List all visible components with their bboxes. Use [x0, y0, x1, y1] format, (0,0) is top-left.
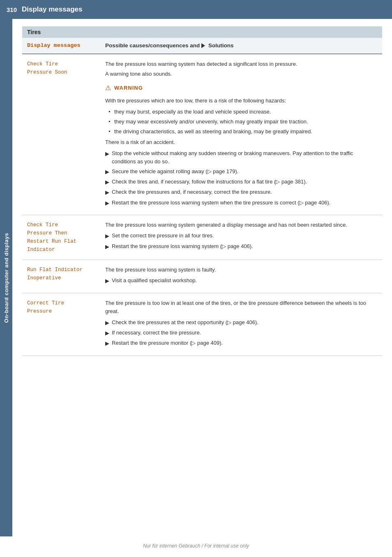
action-item: ▶ Check the tire pressures at the next o… [105, 318, 377, 327]
warning-box: ⚠ WARNING [105, 83, 377, 93]
action-arrow-icon: ▶ [105, 178, 109, 186]
warning-intro: With tire pressures which are too low, t… [105, 97, 377, 105]
sidebar: On-board computer and displays [0, 19, 12, 536]
intro-text: The tire pressure loss warning system ge… [105, 221, 377, 230]
action-text: Check the tire pressures at the next opp… [112, 318, 258, 327]
intro-text: The tire pressure is too low in at least… [105, 299, 377, 316]
action-arrow-icon: ▶ [105, 232, 109, 240]
col1-header: Display messages [22, 38, 100, 54]
action-text: Restart the tire pressure loss warning s… [112, 242, 253, 251]
action-text: Stop the vehicle without making any sudd… [112, 149, 377, 166]
action-arrow-icon: ▶ [105, 199, 109, 207]
causes-check-tire-pressure-soon: The tire pressure loss warning system ha… [100, 54, 382, 215]
message-correct-tire: Correct TirePressure [22, 293, 100, 355]
table-row: Run Flat IndicatorInoperative The tire p… [22, 260, 382, 293]
action-arrow-icon: ▶ [105, 329, 109, 337]
action-arrow-icon: ▶ [105, 243, 109, 251]
intro-text: The tire pressure loss warning system ha… [105, 60, 377, 69]
action-item: ▶ Restart the tire pressure loss warning… [105, 199, 377, 207]
action-item: ▶ If necessary, correct the tire pressur… [105, 329, 377, 337]
action-text: If necessary, correct the tire pressure. [112, 329, 201, 337]
main-content: Tires Display messages Possible causes/c… [12, 19, 392, 381]
action-text: Set the correct tire pressure in all fou… [112, 232, 214, 240]
list-item: they may wear excessively and/or unevenl… [108, 118, 377, 126]
header-title: Display messages [22, 5, 82, 14]
action-text: Check the tire pressures and, if necessa… [112, 188, 272, 197]
action-item: ▶ Set the correct tire pressure in all f… [105, 232, 377, 240]
message-check-tire-then: Check TirePressure ThenRestart Run FlatI… [22, 215, 100, 260]
action-item: ▶ Check the tires and, if necessary, fol… [105, 178, 377, 186]
col2-header-text: Possible causes/consequences and [105, 42, 200, 49]
list-item: the driving characteristics, as well as … [108, 128, 377, 136]
section-header: Tires [22, 26, 382, 38]
message-check-tire-pressure-soon: Check TirePressure Soon [22, 54, 100, 215]
col2-header: Possible causes/consequences and Solutio… [100, 38, 382, 54]
action-text: Secure the vehicle against rolling away … [112, 167, 238, 176]
action-item: ▶ Restart the tire pressure monitor (▷ p… [105, 339, 377, 348]
causes-check-tire-then: The tire pressure loss warning system ge… [100, 215, 382, 260]
warning-label: WARNING [114, 84, 143, 93]
action-item: ▶ Check the tire pressures and, if neces… [105, 188, 377, 197]
table-row: Correct TirePressure The tire pressure i… [22, 293, 382, 355]
action-arrow-icon: ▶ [105, 150, 109, 166]
action-arrow-icon: ▶ [105, 319, 109, 327]
table-row: Check TirePressure ThenRestart Run FlatI… [22, 215, 382, 260]
page-number: 310 [7, 6, 17, 13]
action-item: ▶ Visit a qualified specialist workshop. [105, 276, 377, 285]
action-item: ▶ Restart the tire pressure loss warning… [105, 242, 377, 251]
footer: Nur für internen Gebrauch / For internal… [0, 543, 392, 549]
action-text: Restart the tire pressure monitor (▷ pag… [112, 339, 223, 348]
risk-text: There is a risk of an accident. [105, 138, 377, 147]
footer-text: Nur für internen Gebrauch / For internal… [143, 543, 249, 549]
action-text: Restart the tire pressure loss warning s… [112, 199, 330, 207]
causes-run-flat: The tire pressure loss warning system is… [100, 260, 382, 293]
content-table: Display messages Possible causes/consequ… [22, 38, 382, 356]
causes-correct-tire: The tire pressure is too low in at least… [100, 293, 382, 355]
action-arrow-icon: ▶ [105, 188, 109, 197]
warning-triangle-icon: ⚠ [105, 83, 111, 93]
action-arrow-icon: ▶ [105, 277, 109, 285]
action-text: Check the tires and, if necessary, follo… [112, 178, 307, 186]
action-arrow-icon: ▶ [105, 168, 109, 176]
intro2-text: A warning tone also sounds. [105, 70, 377, 79]
hazard-list: they may burst, especially as the load a… [108, 108, 377, 136]
list-item: they may burst, especially as the load a… [108, 108, 377, 116]
intro-text: The tire pressure loss warning system is… [105, 266, 377, 274]
message-run-flat: Run Flat IndicatorInoperative [22, 260, 100, 293]
action-item: ▶ Stop the vehicle without making any su… [105, 149, 377, 166]
header-bar: 310 Display messages [0, 0, 392, 19]
sidebar-label: On-board computer and displays [3, 233, 9, 323]
table-row: Check TirePressure Soon The tire pressur… [22, 54, 382, 215]
col2-header-solutions: Solutions [208, 42, 234, 49]
action-arrow-icon: ▶ [105, 339, 109, 348]
solutions-arrow-icon [201, 43, 205, 48]
action-text: Visit a qualified specialist workshop. [112, 276, 197, 285]
action-item: ▶ Secure the vehicle against rolling awa… [105, 167, 377, 176]
